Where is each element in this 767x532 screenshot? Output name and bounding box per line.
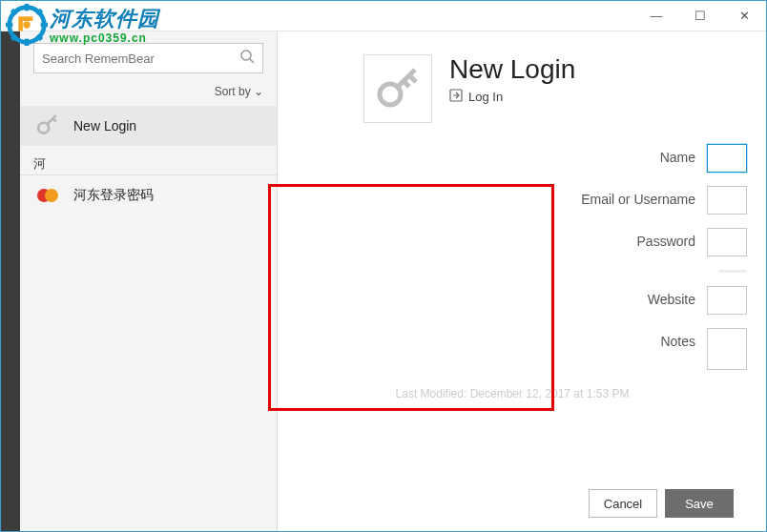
svg-point-6 [45,189,58,202]
sidebar-item-label: New Login [73,118,136,133]
svg-line-1 [250,59,254,63]
email-input[interactable] [707,186,747,215]
svg-line-4 [52,118,55,121]
search-box[interactable] [33,43,263,73]
maximize-button[interactable]: ☐ [678,1,722,31]
svg-point-2 [38,122,49,133]
email-label: Email or Username [278,186,707,207]
svg-line-9 [409,75,416,82]
svg-point-7 [380,84,401,105]
page-title: New Login [449,54,575,85]
website-input[interactable] [707,286,747,315]
svg-line-10 [404,81,409,87]
chevron-down-icon: ⌄ [254,85,263,98]
sidebar-item-new-login[interactable]: New Login [20,106,277,146]
login-arrow-icon [449,89,463,105]
name-input[interactable] [707,144,747,173]
close-button[interactable]: ✕ [722,1,766,31]
cancel-button[interactable]: Cancel [589,489,657,518]
save-button[interactable]: Save [665,489,734,518]
password-input[interactable] [707,228,747,256]
minimize-button[interactable]: — [634,1,678,31]
main-panel: New Login Log In Name Email or Username [278,31,766,531]
notes-input[interactable] [707,328,747,370]
svg-point-0 [241,51,251,60]
login-icon-large [363,54,432,123]
sidebar-group: 河 [20,150,277,175]
form: Name Email or Username Password Website [278,144,747,476]
last-modified: Last Modified: December 12, 2017 at 1:53… [278,387,747,400]
log-in-link[interactable]: Log In [449,89,575,105]
key-icon [33,112,62,140]
mastercard-icon [33,181,62,210]
sort-by[interactable]: Sort by ⌄ [20,81,277,106]
search-input[interactable] [42,51,239,66]
sidebar: Sort by ⌄ New Login 河 河东登录密码 [20,31,278,531]
titlebar: — ☐ ✕ [1,1,766,31]
sidebar-item-hedong[interactable]: 河东登录密码 [20,175,277,215]
password-label: Password [278,228,707,249]
sidebar-item-label: 河东登录密码 [73,187,154,204]
search-icon [239,49,255,68]
nav-rail [1,31,20,531]
website-label: Website [278,286,707,307]
divider [718,270,747,273]
name-label: Name [278,144,707,165]
notes-label: Notes [278,328,707,349]
